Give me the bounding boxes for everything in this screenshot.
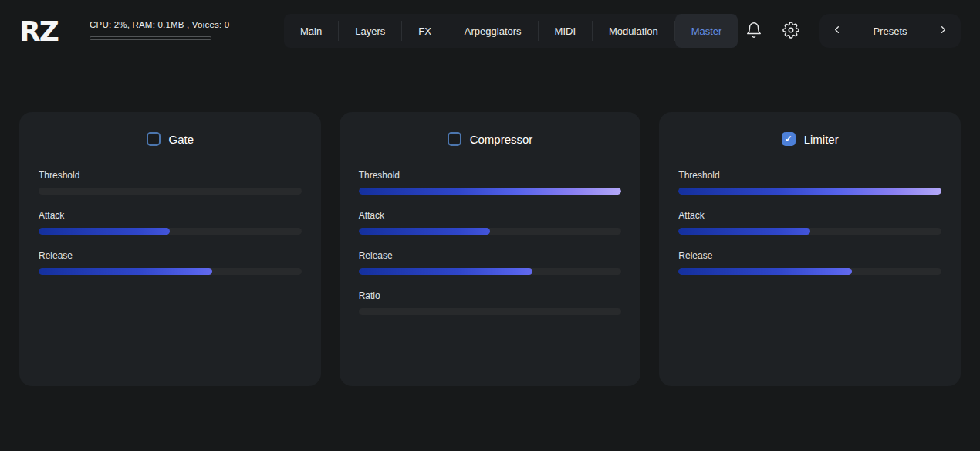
system-stats: CPU: 2%, RAM: 0.1MB , Voices: 0	[90, 20, 229, 40]
slider-group-threshold: Threshold	[678, 170, 941, 195]
gate-threshold-slider[interactable]	[39, 188, 302, 195]
tab-fx[interactable]: FX	[402, 14, 448, 48]
compressor-attack-slider[interactable]	[359, 228, 622, 235]
slider-label: Release	[359, 250, 622, 261]
checkmark-icon: ✓	[785, 134, 792, 144]
slider-group-release: Release	[359, 250, 622, 275]
panel-compressor: CompressorThresholdAttackReleaseRatio	[340, 112, 641, 386]
bell-icon	[745, 22, 762, 41]
limiter-release-slider[interactable]	[678, 268, 941, 275]
slider-fill	[678, 268, 852, 275]
cpu-meter	[90, 36, 211, 40]
slider-group-threshold: Threshold	[359, 170, 622, 195]
slider-label: Attack	[678, 210, 941, 221]
slider-label: Attack	[39, 210, 302, 221]
slider-group-attack: Attack	[678, 210, 941, 235]
slider-label: Threshold	[39, 170, 302, 181]
tab-midi[interactable]: MIDI	[539, 14, 592, 48]
preset-next-button[interactable]	[936, 22, 951, 39]
panel-limiter: ✓LimiterThresholdAttackRelease	[659, 112, 961, 386]
limiter-attack-slider[interactable]	[678, 228, 941, 235]
slider-fill	[39, 228, 170, 235]
slider-list: ThresholdAttackRelease	[39, 170, 302, 275]
gate-attack-slider[interactable]	[39, 228, 302, 235]
panel-title: Gate	[169, 133, 194, 146]
tab-main[interactable]: Main	[284, 14, 338, 48]
compressor-ratio-slider[interactable]	[359, 308, 622, 315]
slider-list: ThresholdAttackRelease	[678, 170, 941, 275]
gear-icon	[782, 22, 799, 41]
slider-group-release: Release	[39, 250, 302, 275]
notifications-button[interactable]	[745, 22, 762, 41]
panel-gate: GateThresholdAttackRelease	[19, 112, 321, 386]
compressor-threshold-slider[interactable]	[359, 188, 622, 195]
gate-release-slider[interactable]	[39, 268, 302, 275]
slider-list: ThresholdAttackReleaseRatio	[359, 170, 622, 315]
app-logo: RZ	[19, 15, 58, 47]
compressor-enable-checkbox[interactable]	[448, 132, 461, 146]
compressor-release-slider[interactable]	[359, 268, 622, 275]
slider-label: Attack	[359, 210, 622, 221]
settings-button[interactable]	[782, 22, 799, 41]
limiter-threshold-slider[interactable]	[678, 188, 941, 195]
slider-group-attack: Attack	[359, 210, 622, 235]
master-effects-section: GateThresholdAttackReleaseCompressorThre…	[0, 112, 980, 386]
tab-arpeggiators[interactable]: Arpeggiators	[448, 14, 538, 48]
slider-group-attack: Attack	[39, 210, 302, 235]
presets-label[interactable]: Presets	[873, 25, 907, 37]
gate-enable-checkbox[interactable]	[147, 132, 161, 146]
tab-modulation[interactable]: Modulation	[593, 14, 674, 48]
preset-switcher: Presets	[819, 14, 961, 48]
slider-fill	[359, 268, 532, 275]
panel-title: Limiter	[804, 133, 839, 146]
header: RZ CPU: 2%, RAM: 0.1MB , Voices: 0 MainL…	[0, 0, 980, 66]
preset-prev-button[interactable]	[830, 22, 844, 39]
slider-group-release: Release	[678, 250, 941, 275]
slider-group-threshold: Threshold	[39, 170, 302, 195]
system-stats-text: CPU: 2%, RAM: 0.1MB , Voices: 0	[90, 20, 229, 29]
slider-label: Release	[678, 250, 941, 261]
slider-label: Threshold	[359, 170, 622, 181]
chevron-left-icon	[831, 24, 843, 38]
header-actions: Presets	[745, 14, 961, 48]
slider-label: Threshold	[678, 170, 941, 181]
panel-title-row: Compressor	[359, 112, 622, 147]
slider-label: Ratio	[359, 290, 622, 301]
limiter-enable-checkbox[interactable]: ✓	[782, 132, 796, 146]
slider-group-ratio: Ratio	[359, 290, 622, 315]
slider-fill	[39, 268, 212, 275]
slider-fill	[678, 188, 941, 195]
chevron-right-icon	[938, 24, 949, 38]
tab-layers[interactable]: Layers	[339, 14, 401, 48]
slider-label: Release	[39, 250, 302, 261]
tab-master[interactable]: Master	[675, 14, 738, 48]
panel-title-row: ✓Limiter	[678, 112, 941, 147]
panel-title: Compressor	[470, 133, 533, 146]
panel-title-row: Gate	[39, 112, 302, 147]
slider-fill	[359, 228, 490, 235]
slider-fill	[359, 188, 622, 195]
main-nav: MainLayersFXArpeggiatorsMIDIModulationMa…	[284, 14, 738, 48]
slider-fill	[678, 228, 809, 235]
